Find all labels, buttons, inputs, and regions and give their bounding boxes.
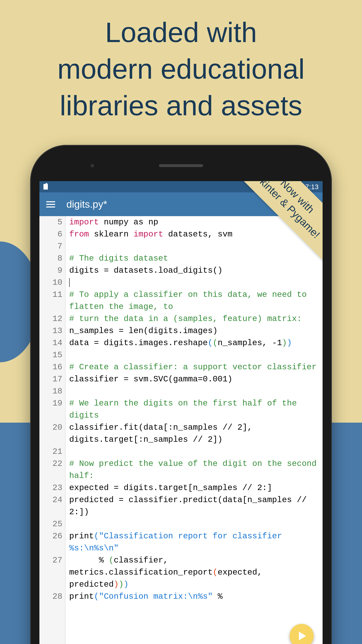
line-number: 23 xyxy=(39,482,62,494)
line-number: 22 xyxy=(39,458,62,482)
line-number: 28 xyxy=(39,590,62,602)
line-number: 5 xyxy=(39,216,62,228)
code-editor[interactable]: 5678910111213141516171819202122232425262… xyxy=(39,216,323,644)
promo-headline: Loaded with modern educational libraries… xyxy=(0,14,362,124)
code-line[interactable]: digits = datasets.load_digits() xyxy=(69,264,321,276)
code-line[interactable]: print("Confusion matrix:\n%s" % xyxy=(69,590,321,602)
headline-line3: libraries and assets xyxy=(60,90,302,121)
code-line[interactable] xyxy=(69,385,321,397)
line-number: 24 xyxy=(39,494,62,518)
code-line[interactable] xyxy=(69,240,321,252)
code-line[interactable] xyxy=(69,276,321,288)
line-number: 20 xyxy=(39,422,62,446)
code-line[interactable] xyxy=(69,446,321,458)
code-line[interactable]: n_samples = len(digits.images) xyxy=(69,325,321,337)
code-line[interactable]: # Now predict the value of the digit on … xyxy=(69,458,321,482)
play-icon xyxy=(299,632,306,640)
line-number: 6 xyxy=(39,228,62,240)
code-line[interactable]: # turn the data in a (samples, feature) … xyxy=(69,313,321,325)
line-number: 14 xyxy=(39,337,62,349)
sdcard-icon xyxy=(43,184,48,190)
code-line[interactable]: # We learn the digits on the first half … xyxy=(69,397,321,422)
headline-line1: Loaded with xyxy=(105,16,257,48)
code-line[interactable] xyxy=(69,349,321,361)
line-number: 11 xyxy=(39,288,62,313)
code-line[interactable]: # To apply a classifier on this data, we… xyxy=(69,288,321,313)
code-line[interactable]: classifier = svm.SVC(gamma=0.001) xyxy=(69,373,321,385)
code-line[interactable]: # The digits dataset xyxy=(69,252,321,264)
phone-screen: LTE ⚡ 7:13 digits.py* 56789 xyxy=(39,181,323,644)
code-line[interactable]: % (classifier, metrics.classification_re… xyxy=(69,554,321,590)
line-number: 15 xyxy=(39,349,62,361)
line-number-gutter: 5678910111213141516171819202122232425262… xyxy=(39,216,65,644)
line-number: 13 xyxy=(39,325,62,337)
code-area[interactable]: import numpy as npfrom sklearn import da… xyxy=(65,216,323,644)
code-line[interactable]: from sklearn import datasets, svm xyxy=(69,228,321,240)
line-number: 19 xyxy=(39,397,62,422)
line-number: 7 xyxy=(39,240,62,252)
code-line[interactable] xyxy=(69,518,321,530)
headline-line2: modern educational xyxy=(57,53,305,85)
line-number: 17 xyxy=(39,373,62,385)
text-cursor xyxy=(69,278,70,287)
line-number: 21 xyxy=(39,446,62,458)
code-line[interactable]: predicted = classifier.predict(data[n_sa… xyxy=(69,494,321,518)
line-number: 9 xyxy=(39,264,62,276)
line-number: 18 xyxy=(39,385,62,397)
phone-frame: LTE ⚡ 7:13 digits.py* 56789 xyxy=(30,145,332,644)
line-number: 26 xyxy=(39,530,62,554)
line-number: 27 xyxy=(39,554,62,590)
line-number: 10 xyxy=(39,276,62,288)
code-line[interactable]: print("Classification report for classif… xyxy=(69,530,321,554)
code-line[interactable]: data = digits.images.reshape((n_samples,… xyxy=(69,337,321,349)
phone-camera xyxy=(90,164,94,168)
file-title: digits.py* xyxy=(66,198,283,210)
phone-speaker xyxy=(159,164,203,167)
line-number: 25 xyxy=(39,518,62,530)
menu-button[interactable] xyxy=(46,200,55,209)
line-number: 12 xyxy=(39,313,62,325)
code-line[interactable]: expected = digits.target[n_samples // 2:… xyxy=(69,482,321,494)
code-line[interactable]: # Create a classifier: a support vector … xyxy=(69,361,321,373)
line-number: 16 xyxy=(39,361,62,373)
line-number: 8 xyxy=(39,252,62,264)
code-line[interactable]: classifier.fit(data[:n_samples // 2], di… xyxy=(69,422,321,446)
